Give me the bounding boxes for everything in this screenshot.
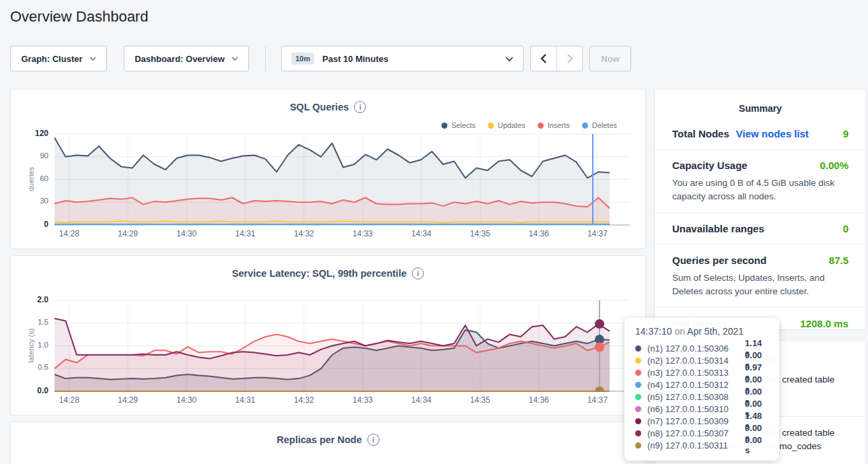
summary-value: 87.5 xyxy=(829,255,848,266)
legend-dot xyxy=(441,123,447,129)
summary-item-capacity-usage: Capacity Usage 0.00% You are using 0 B o… xyxy=(655,150,866,213)
node-color-dot xyxy=(635,418,641,424)
node-address: (n6) 127.0.0.1:50310 xyxy=(647,404,745,414)
info-icon[interactable] xyxy=(354,101,366,113)
y-tick-label: 120 xyxy=(35,129,48,138)
node-address: (n7) 127.0.0.1:50309 xyxy=(647,416,745,426)
x-tick-label: 14:34 xyxy=(406,395,436,405)
x-tick-label: 14:33 xyxy=(348,229,377,238)
x-tick-label: 14:35 xyxy=(465,395,495,405)
graph-select-label: Graph: Cluster xyxy=(21,54,82,64)
sql-queries-plot[interactable] xyxy=(55,134,630,225)
legend-item-updates[interactable]: Updates xyxy=(488,121,526,129)
time-range-label: Past 10 Minutes xyxy=(322,54,388,64)
toolbar-divider xyxy=(265,46,266,71)
chevron-down-icon xyxy=(505,57,513,61)
info-icon[interactable] xyxy=(412,267,424,279)
node-address: (n8) 127.0.0.1:50307 xyxy=(647,428,745,438)
legend-dot xyxy=(488,123,494,129)
y-tick-label: 0.5 xyxy=(38,363,48,371)
now-button[interactable]: Now xyxy=(589,46,631,71)
node-address: (n1) 127.0.0.1:50306 xyxy=(647,343,745,354)
summary-description: You are using 0 B of 4.5 GiB usable disk… xyxy=(672,176,848,203)
x-tick-label: 14:37 xyxy=(583,395,612,405)
y-tick-label: 1.0 xyxy=(38,341,48,349)
node-color-dot xyxy=(635,345,641,352)
x-axis-labels: 14:2814:2914:3014:3114:3214:3314:3414:35… xyxy=(55,229,630,238)
summary-value: 1208.0 ms xyxy=(800,318,848,329)
summary-item-unavailable-ranges: Unavailable ranges 0 xyxy=(655,213,866,244)
x-tick-label: 14:35 xyxy=(465,229,495,238)
summary-panel: Summary Total Nodes View nodes list 9 Ca… xyxy=(654,89,867,330)
legend-item-deletes[interactable]: Deletes xyxy=(582,121,617,129)
x-tick-label: 14:31 xyxy=(231,395,260,405)
x-tick-label: 14:29 xyxy=(113,395,143,405)
summary-value: 0 xyxy=(843,223,848,234)
legend-dot xyxy=(538,123,544,129)
service-latency-plot[interactable] xyxy=(55,300,630,391)
chevron-right-icon xyxy=(566,53,573,64)
tooltip-node-row: (n9) 127.0.0.1:503110.00 s xyxy=(635,439,768,451)
node-address: (n5) 127.0.0.1:50308 xyxy=(647,392,745,402)
node-latency-value: 0.00 s xyxy=(745,435,768,455)
tooltip-timestamp: 14:37:10 on Apr 5th, 2021 xyxy=(635,326,768,337)
summary-label: Queries per second xyxy=(672,255,766,266)
node-address: (n2) 127.0.0.1:50314 xyxy=(647,356,745,366)
dashboard-select-dropdown[interactable]: Dashboard: Overview xyxy=(124,46,249,71)
x-tick-label: 14:28 xyxy=(55,229,84,238)
y-tick-label: 1.5 xyxy=(38,318,48,326)
x-tick-label: 14:28 xyxy=(55,395,84,405)
node-color-dot xyxy=(635,370,641,376)
graph-select-dropdown[interactable]: Graph: Cluster xyxy=(10,46,107,71)
legend-label: Updates xyxy=(498,121,526,129)
next-time-button[interactable] xyxy=(556,46,583,71)
x-tick-label: 14:32 xyxy=(289,229,319,238)
summary-label: Unavailable ranges xyxy=(672,223,764,234)
node-color-dot xyxy=(635,382,641,388)
legend-dot xyxy=(582,123,588,129)
summary-description: Sum of Selects, Updates, Inserts, and De… xyxy=(672,271,848,298)
chevron-down-icon xyxy=(89,57,96,61)
y-tick-label: 0.0 xyxy=(37,386,48,395)
view-nodes-list-link[interactable]: View nodes list xyxy=(736,128,809,139)
chevron-left-icon xyxy=(540,53,547,64)
sql-queries-panel: SQL Queries SelectsUpdatesInsertsDeletes… xyxy=(10,89,646,249)
node-color-dot xyxy=(635,394,641,400)
node-address: (n4) 127.0.0.1:50312 xyxy=(647,380,745,390)
x-tick-label: 14:36 xyxy=(524,395,554,405)
node-color-dot xyxy=(635,358,641,364)
summary-item-queries-per-second: Queries per second 87.5 Sum of Selects, … xyxy=(655,244,866,308)
legend-label: Inserts xyxy=(548,121,570,129)
node-address: (n9) 127.0.0.1:50311 xyxy=(647,440,745,451)
service-latency-title: Service Latency: SQL, 99th percentile xyxy=(232,268,407,279)
service-latency-panel: Service Latency: SQL, 99th percentile la… xyxy=(10,255,646,416)
x-tick-label: 14:31 xyxy=(231,229,260,238)
y-tick-label: 2.0 xyxy=(37,295,48,304)
summary-header: Summary xyxy=(655,103,866,114)
summary-value: 9 xyxy=(843,128,848,139)
legend-item-selects[interactable]: Selects xyxy=(441,121,476,129)
y-tick-label: 30 xyxy=(40,197,48,205)
legend-item-inserts[interactable]: Inserts xyxy=(538,121,570,129)
legend-label: Selects xyxy=(451,121,476,129)
x-tick-label: 14:34 xyxy=(406,229,436,238)
node-address: (n3) 127.0.0.1:50313 xyxy=(647,368,745,378)
time-range-picker[interactable]: 10m Past 10 Minutes xyxy=(281,46,523,71)
sql-queries-legend: SelectsUpdatesInsertsDeletes xyxy=(441,121,617,129)
node-color-dot xyxy=(635,406,641,412)
summary-item-total-nodes: Total Nodes View nodes list 9 xyxy=(655,118,866,150)
time-step-buttons xyxy=(530,46,583,71)
chart-hover-tooltip: 14:37:10 on Apr 5th, 2021 (n1) 127.0.0.1… xyxy=(624,318,779,461)
x-tick-label: 14:30 xyxy=(172,395,201,405)
x-tick-label: 14:37 xyxy=(583,229,612,238)
x-tick-label: 14:30 xyxy=(172,229,201,238)
y-tick-label: 0 xyxy=(44,220,48,229)
chevron-down-icon xyxy=(231,57,238,61)
node-color-dot xyxy=(635,430,641,436)
page-title: Overview Dashboard xyxy=(10,8,148,26)
prev-time-button[interactable] xyxy=(531,46,556,71)
x-tick-label: 14:32 xyxy=(289,395,319,405)
info-icon[interactable] xyxy=(367,434,379,446)
replicas-per-node-title: Replicas per Node xyxy=(277,434,362,445)
y-axis-labels: 0.00.51.01.52.0 xyxy=(11,300,48,391)
